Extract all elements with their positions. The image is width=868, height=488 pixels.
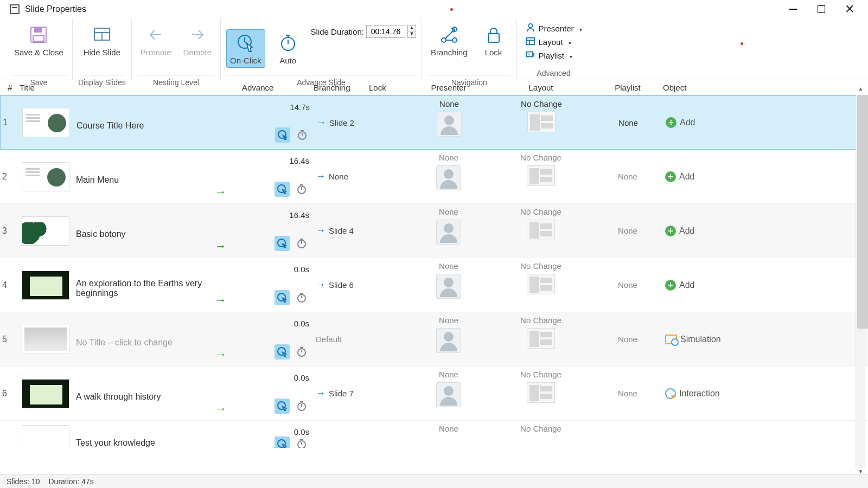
row-title-cell[interactable]: No Title – click to change→ (20, 312, 242, 366)
table-row[interactable]: 6A walk through history→0.0s→Slide 7None… (0, 367, 868, 421)
playlist-dropdown[interactable]: Playlist (522, 49, 576, 62)
col-layout[interactable]: Layout (489, 83, 592, 92)
lock-cell[interactable] (369, 421, 408, 448)
auto-toggle-icon[interactable] (295, 127, 310, 143)
playlist-cell[interactable]: None (592, 312, 663, 366)
branching-cell[interactable]: →None (314, 150, 369, 203)
auto-toggle-icon[interactable] (294, 436, 309, 448)
advance-cell[interactable]: 16.4s (242, 150, 314, 203)
table-row[interactable]: 2Main Menu→16.4s→NoneNoneNo ChangeNone+A… (0, 150, 868, 204)
presenter-cell[interactable]: None (409, 96, 490, 149)
playlist-cell[interactable]: None (592, 258, 663, 312)
slide-title[interactable]: Course Title Here (76, 121, 144, 131)
auto-toggle-icon[interactable] (294, 399, 309, 414)
duration-input[interactable] (366, 25, 405, 38)
slide-title[interactable]: Main Menu (76, 175, 119, 185)
scroll-up-arrow[interactable]: ▲ (856, 86, 865, 95)
save-close-button[interactable]: Save & Close (11, 22, 67, 59)
object-cell[interactable]: Simulation (663, 312, 771, 366)
object-cell[interactable]: +Add (663, 150, 771, 203)
demote-button[interactable]: Demote (180, 22, 215, 59)
slide-title[interactable]: No Title – click to change (76, 338, 173, 348)
branching-cell[interactable] (314, 421, 369, 448)
layout-thumbnail[interactable] (527, 112, 556, 132)
presenter-avatar[interactable] (436, 274, 461, 299)
branching-cell[interactable]: Default (314, 312, 369, 366)
presenter-avatar[interactable] (436, 220, 461, 245)
layout-thumbnail[interactable] (527, 165, 555, 186)
auto-button[interactable]: Auto (271, 30, 305, 67)
auto-toggle-icon[interactable] (294, 344, 309, 359)
lock-cell[interactable] (369, 367, 408, 420)
col-title[interactable]: Title (20, 83, 242, 92)
col-branching[interactable]: Branching (314, 83, 369, 92)
layout-thumbnail[interactable] (527, 328, 555, 349)
auto-toggle-icon[interactable] (294, 236, 309, 251)
row-title-cell[interactable]: Main Menu→ (20, 150, 242, 203)
col-presenter[interactable]: Presenter (408, 83, 489, 92)
slide-title[interactable]: Basic botony (76, 229, 126, 239)
presenter-cell[interactable]: None (408, 150, 489, 203)
slide-thumbnail[interactable] (22, 271, 69, 300)
table-row[interactable]: 5No Title – click to change→0.0sDefaultN… (0, 312, 868, 367)
row-title-cell[interactable]: Test your knowledge (20, 421, 242, 448)
layout-cell[interactable]: No Change (489, 421, 592, 448)
auto-toggle-icon[interactable] (294, 290, 309, 305)
branching-cell[interactable]: →Slide 4 (314, 204, 369, 258)
duration-spinner[interactable]: ▲▼ (407, 25, 416, 38)
advance-cell[interactable]: 0.0s (242, 421, 314, 448)
slide-thumbnail[interactable] (22, 216, 69, 246)
minimize-button[interactable] (779, 0, 807, 18)
table-row[interactable]: Test your knowledge0.0sNoneNo Change (0, 421, 868, 448)
onclick-toggle-icon[interactable] (275, 127, 290, 143)
slide-title[interactable]: An exploration to the Earths very beginn… (76, 279, 222, 298)
lock-cell[interactable] (369, 96, 409, 149)
playlist-cell[interactable]: None (592, 150, 663, 203)
onclick-toggle-icon[interactable] (275, 182, 290, 197)
row-title-cell[interactable]: Course Title Here (20, 96, 242, 149)
onclick-toggle-icon[interactable] (275, 344, 290, 359)
slide-thumbnail[interactable] (22, 425, 69, 448)
slide-thumbnail[interactable] (22, 379, 69, 408)
presenter-dropdown[interactable]: Presenter (522, 22, 585, 35)
col-lock[interactable]: Lock (369, 83, 408, 92)
advance-cell[interactable]: 0.0s (242, 312, 314, 366)
layout-dropdown[interactable]: Layout (522, 35, 575, 49)
presenter-cell[interactable]: None (408, 204, 489, 258)
advance-cell[interactable]: 0.0s (242, 258, 314, 312)
layout-cell[interactable]: No Change (489, 367, 592, 420)
scroll-thumb[interactable] (857, 95, 868, 329)
layout-cell[interactable]: No Change (489, 312, 592, 366)
object-cell[interactable]: +Add (663, 96, 772, 149)
layout-thumbnail[interactable] (527, 382, 555, 403)
onclick-toggle-icon[interactable] (275, 436, 290, 448)
maximize-button[interactable] (807, 0, 835, 18)
lock-cell[interactable] (369, 258, 408, 312)
layout-cell[interactable]: No Change (489, 204, 592, 258)
presenter-cell[interactable]: None (408, 367, 489, 420)
row-title-cell[interactable]: Basic botony→ (20, 204, 242, 258)
hide-slide-button[interactable]: Hide Slide (80, 22, 124, 59)
playlist-cell[interactable]: None (592, 367, 663, 420)
lock-cell[interactable] (369, 312, 408, 366)
presenter-cell[interactable]: None (408, 421, 489, 448)
col-num[interactable]: # (0, 83, 20, 92)
playlist-cell[interactable]: None (592, 204, 663, 258)
object-cell[interactable]: +Add (663, 204, 771, 258)
slide-thumbnail[interactable] (22, 325, 69, 354)
object-cell[interactable] (663, 421, 771, 448)
layout-thumbnail[interactable] (527, 274, 555, 294)
row-title-cell[interactable]: An exploration to the Earths very beginn… (20, 258, 242, 312)
layout-cell[interactable]: No Change (489, 150, 592, 203)
lock-button[interactable]: Lock (476, 22, 511, 59)
object-cell[interactable]: Interaction (663, 367, 771, 420)
table-row[interactable]: 1Course Title Here14.7s→Slide 2NoneNo Ch… (0, 95, 868, 150)
slide-thumbnail[interactable] (22, 108, 70, 137)
promote-button[interactable]: Promote (137, 22, 175, 59)
presenter-cell[interactable]: None (408, 258, 489, 312)
presenter-avatar[interactable] (437, 112, 462, 137)
onclick-toggle-icon[interactable] (275, 236, 290, 251)
row-title-cell[interactable]: A walk through history→ (20, 367, 242, 420)
branching-cell[interactable]: →Slide 7 (314, 367, 369, 420)
table-row[interactable]: 4An exploration to the Earths very begin… (0, 258, 868, 312)
